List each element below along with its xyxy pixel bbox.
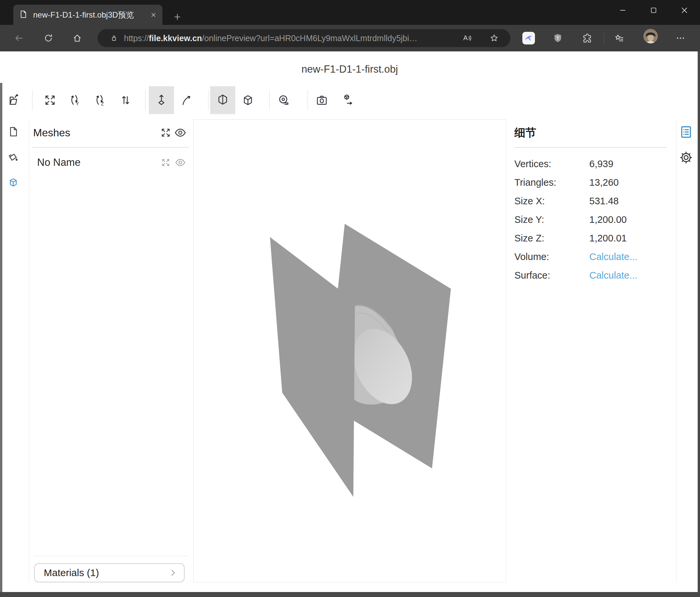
meshes-panel: Meshes No Name [33, 51, 188, 597]
puzzle-icon [582, 33, 593, 44]
details-header: 细节 [515, 124, 536, 142]
detail-row-size-z: Size Z: 1,200.01 [515, 229, 667, 247]
shaded-solid-icon [216, 94, 229, 107]
tab-close-icon[interactable] [148, 9, 159, 21]
browser-navbar: https://file.kkview.cn/onlinePreview?url… [0, 25, 700, 51]
page-left-edge [0, 83, 2, 592]
paint-bucket-icon [7, 151, 19, 163]
left-rail-divider [29, 119, 29, 582]
browser-tab[interactable]: new-F1-D1-1-first.obj3D预览 [13, 5, 162, 25]
detail-row-triangles: Triangles: 13,260 [515, 173, 667, 192]
open-file-button[interactable] [2, 86, 27, 114]
3d-model-render [194, 120, 506, 582]
address-bar[interactable]: https://file.kkview.cn/onlinePreview?url… [97, 29, 510, 47]
volume-calculate-link[interactable]: Calculate... [589, 247, 638, 266]
extension-tampermonkey-button[interactable]: T [550, 30, 566, 46]
surface-calculate-link[interactable]: Calculate... [589, 266, 638, 285]
profile-avatar[interactable] [643, 29, 658, 44]
mesh-visibility-button[interactable] [173, 155, 188, 170]
detail-row-size-y: Size Y: 1,200.00 [515, 210, 667, 229]
back-button[interactable] [11, 30, 27, 46]
list-document-icon [679, 125, 693, 139]
wireframe-box-button[interactable] [235, 86, 260, 114]
export-model-icon [341, 94, 354, 107]
materials-label: Materials (1) [44, 567, 169, 578]
window-close-button[interactable] [674, 0, 695, 21]
navbar-divider [604, 32, 604, 44]
shaded-view-button[interactable] [210, 86, 235, 114]
favorites-hub-button[interactable] [611, 30, 627, 46]
detail-row-surface: Surface: Calculate... [515, 266, 667, 285]
meshes-visibility-button[interactable] [173, 125, 188, 140]
shield-t-icon: T [552, 33, 563, 44]
new-tab-button[interactable] [170, 9, 185, 25]
toolbar-divider [208, 90, 208, 111]
star-icon [490, 33, 499, 43]
tab-title: new-F1-D1-1-first.obj3D预览 [33, 9, 148, 20]
toolbar-divider [270, 90, 270, 111]
document-icon [7, 126, 19, 138]
details-tab-button[interactable] [678, 124, 694, 140]
model-tab-button[interactable] [5, 174, 21, 190]
open-file-icon [8, 94, 21, 107]
svg-text:T: T [556, 35, 559, 41]
browser-window: new-F1-D1-1-first.obj3D预览 [0, 0, 700, 597]
detail-row-size-x: Size X: 531.48 [515, 192, 667, 210]
browser-titlebar: new-F1-D1-1-first.obj3D预览 [0, 0, 700, 25]
materials-divider [33, 556, 188, 556]
detail-row-volume: Volume: Calculate... [515, 247, 667, 266]
detail-label: Triangles: [515, 173, 556, 192]
favorite-star-button[interactable] [486, 30, 502, 46]
expand-arrows-icon [161, 158, 171, 167]
read-aloud-button[interactable]: A [459, 30, 475, 46]
toolbar-divider [307, 90, 308, 111]
chevron-right-icon [169, 569, 177, 577]
url-host: file.kkview.cn [149, 33, 202, 43]
3d-viewport[interactable] [193, 119, 506, 582]
page-title: new-F1-D1-1-first.obj [193, 63, 506, 75]
detail-label: Size Y: [515, 210, 544, 229]
refresh-button[interactable] [41, 30, 56, 46]
measure-button[interactable] [271, 86, 297, 114]
camera-icon [315, 94, 328, 107]
mesh-list-item[interactable]: No Name [33, 153, 188, 171]
thunder-bird-icon [522, 32, 535, 44]
detail-label: Size Z: [515, 229, 544, 247]
eye-icon [174, 126, 186, 139]
meshes-header-divider [32, 147, 189, 148]
materials-button[interactable]: Materials (1) [34, 563, 184, 582]
window-maximize-button[interactable] [643, 0, 664, 21]
detail-row-vertices: Vertices: 6,939 [515, 154, 667, 173]
viewer-page: new-F1-D1-1-first.obj Y [0, 51, 700, 597]
screenshot-button[interactable] [309, 86, 334, 114]
meshes-fit-all-button[interactable] [158, 125, 173, 140]
mesh-fit-button[interactable] [158, 155, 173, 170]
detail-value: 6,939 [589, 154, 614, 173]
details-rows: Vertices: 6,939 Triangles: 13,260 Size X… [515, 154, 667, 285]
page-right-edge [698, 51, 700, 597]
materials-tab-button[interactable] [5, 149, 21, 165]
details-header-divider [515, 147, 667, 148]
detail-value: 1,200.01 [589, 229, 627, 247]
cube-icon [7, 176, 19, 188]
right-rail-divider [676, 119, 676, 582]
browser-menu-button[interactable] [673, 30, 689, 46]
back-icon [14, 33, 24, 43]
detail-value: 13,260 [589, 173, 619, 192]
window-minimize-button[interactable] [612, 0, 633, 21]
extension-thunder-button[interactable] [521, 30, 536, 46]
svg-text:A: A [464, 34, 468, 42]
url-text[interactable]: https://file.kkview.cn/onlinePreview?url… [124, 29, 455, 47]
export-model-button[interactable] [334, 86, 359, 114]
detail-value: 531.48 [589, 192, 619, 210]
home-button[interactable] [69, 30, 85, 46]
detail-value: 1,200.00 [589, 210, 627, 229]
file-info-tab-button[interactable] [5, 124, 21, 140]
gear-icon [679, 150, 693, 165]
settings-tab-button[interactable] [678, 150, 694, 165]
lock-icon[interactable] [106, 30, 122, 46]
detail-label: Volume: [515, 247, 549, 266]
avatar-photo [643, 29, 658, 44]
extensions-button[interactable] [579, 30, 595, 46]
detail-label: Vertices: [515, 154, 551, 173]
